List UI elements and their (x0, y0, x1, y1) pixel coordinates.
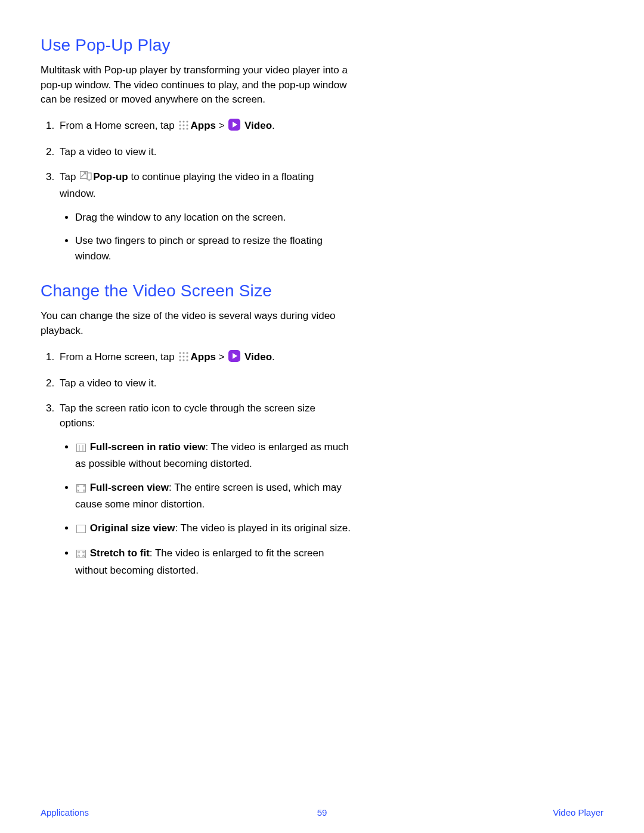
page-footer: Applications 59 Video Player (41, 807, 603, 817)
svg-point-1 (183, 120, 185, 122)
document-page: Use Pop-Up Play Multitask with Pop-up pl… (0, 0, 644, 833)
section-change-video-size: Change the Video Screen Size You can cha… (41, 281, 351, 578)
svg-point-23 (187, 359, 188, 361)
svg-rect-14 (89, 180, 90, 181)
svg-point-5 (187, 124, 188, 126)
video-label: Video (244, 351, 272, 363)
svg-point-6 (179, 128, 181, 129)
bullet-text: : The video is played in its original si… (175, 522, 351, 534)
svg-point-4 (183, 124, 185, 126)
gt-separator: > (216, 351, 227, 363)
bullet-label: Stretch to fit (90, 547, 150, 559)
svg-point-16 (183, 352, 185, 354)
heading-use-popup-play: Use Pop-Up Play (41, 36, 351, 55)
step-text: Tap (60, 171, 79, 182)
bullet-stretch-fit: Stretch to fit: The video is enlarged to… (75, 546, 351, 578)
svg-point-20 (187, 355, 188, 357)
period: . (272, 120, 275, 131)
step-text: Tap the screen ratio icon to cycle throu… (60, 402, 315, 429)
intro-paragraph-1: Multitask with Pop-up player by transfor… (41, 63, 351, 107)
sub-bullets-2: Full-screen in ratio view: The video is … (60, 439, 351, 578)
fullscreen-view-icon (76, 482, 86, 497)
bullet-pinch-resize: Use two fingers to pinch or spread to re… (75, 233, 351, 264)
apps-label: Apps (190, 120, 216, 131)
step-text: From a Home screen, tap (60, 120, 177, 131)
video-play-icon (228, 350, 240, 367)
step-1-2: Tap a video to view it. (57, 144, 351, 160)
svg-point-2 (187, 120, 188, 122)
fullscreen-ratio-icon (76, 441, 86, 457)
intro-paragraph-2: You can change the size of the video is … (41, 309, 351, 338)
bullet-label: Full-screen in ratio view (90, 441, 206, 453)
apps-label: Apps (190, 351, 216, 363)
steps-list-2: From a Home screen, tap Apps > Video. Ta… (41, 349, 351, 578)
svg-point-3 (179, 124, 181, 126)
bullet-fullscreen-view: Full-screen view: The entire screen is u… (75, 480, 351, 512)
footer-page-number: 59 (317, 807, 327, 817)
step-2-2: Tap a video to view it. (57, 376, 351, 391)
svg-point-8 (187, 128, 188, 129)
step-1-3: Tap Pop-up to continue playing the video… (57, 169, 351, 264)
bullet-drag-window: Drag the window to any location on the s… (75, 210, 351, 225)
stretch-fit-icon (76, 547, 86, 563)
bullet-original-size: Original size view: The video is played … (75, 521, 351, 538)
bullet-fullscreen-ratio: Full-screen in ratio view: The video is … (75, 439, 351, 472)
video-label: Video (244, 120, 272, 131)
svg-point-0 (179, 120, 181, 122)
step-2-1: From a Home screen, tap Apps > Video. (57, 349, 351, 367)
svg-point-18 (179, 355, 181, 357)
popup-label: Pop-up (93, 171, 128, 182)
svg-point-17 (187, 352, 188, 354)
svg-point-21 (179, 359, 181, 361)
steps-list-1: From a Home screen, tap Apps > Video. Ta… (41, 118, 351, 264)
step-1-1: From a Home screen, tap Apps > Video. (57, 118, 351, 135)
svg-point-22 (183, 359, 185, 361)
video-play-icon (228, 119, 240, 135)
sub-bullets-1: Drag the window to any location on the s… (60, 210, 351, 264)
svg-rect-26 (77, 444, 86, 451)
svg-point-7 (183, 128, 185, 129)
period: . (272, 351, 275, 363)
svg-rect-30 (77, 525, 86, 532)
footer-right: Video Player (553, 807, 603, 817)
popup-icon (80, 171, 92, 187)
bullet-label: Original size view (90, 522, 175, 534)
heading-change-video-size: Change the Video Screen Size (41, 281, 351, 301)
apps-grid-icon (178, 120, 189, 135)
step-text: From a Home screen, tap (60, 351, 177, 363)
gt-separator: > (216, 120, 227, 131)
step-2-3: Tap the screen ratio icon to cycle throu… (57, 401, 351, 578)
content-column: Use Pop-Up Play Multitask with Pop-up pl… (41, 36, 351, 578)
footer-left: Applications (41, 807, 89, 817)
svg-point-15 (179, 352, 181, 354)
svg-point-19 (183, 355, 185, 357)
bullet-label: Full-screen view (90, 482, 169, 493)
original-size-icon (76, 522, 86, 538)
apps-grid-icon (178, 351, 189, 367)
